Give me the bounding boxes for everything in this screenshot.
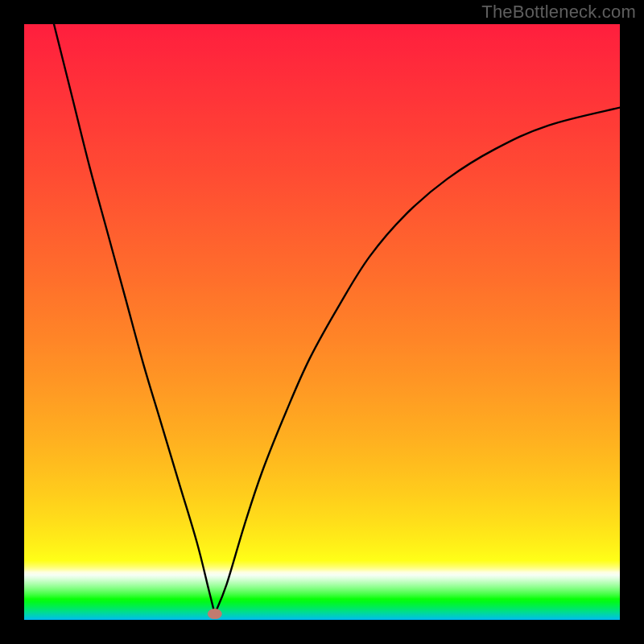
watermark-text: TheBottleneck.com xyxy=(481,2,636,23)
gradient-background xyxy=(24,24,620,620)
chart-frame: TheBottleneck.com xyxy=(0,0,644,644)
plot-svg xyxy=(24,24,620,620)
plot-area xyxy=(24,24,620,620)
bottleneck-marker xyxy=(208,609,222,619)
